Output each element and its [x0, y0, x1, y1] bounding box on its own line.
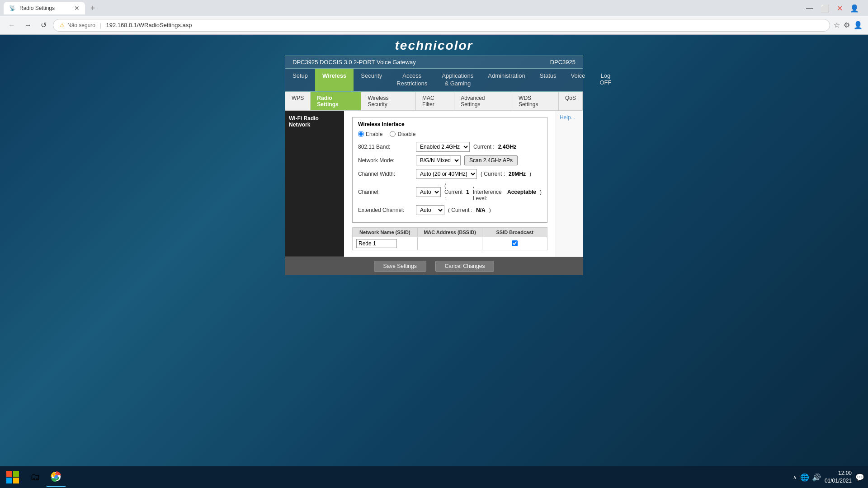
ssid-cell: [353, 237, 418, 250]
minimize-button[interactable]: —: [806, 4, 813, 12]
forward-button[interactable]: →: [22, 19, 34, 31]
disable-radio[interactable]: [390, 131, 396, 137]
active-tab[interactable]: 📡 Radio Settings ✕: [4, 2, 85, 14]
browser-chrome: 📡 Radio Settings ✕ + — ⬜ ✕ 👤 ← → ↺ ⚠ Não…: [0, 0, 868, 35]
channel-label: Channel:: [358, 189, 412, 195]
nav-logoff[interactable]: Log OFF: [592, 69, 618, 91]
back-button[interactable]: ←: [5, 19, 18, 31]
taskbar: 🗂 ∧ 🌐 🔊 12:00 01/01/2021 💬: [0, 466, 868, 488]
subnav-wireless-security[interactable]: Wireless Security: [361, 92, 416, 110]
url-text: 192.168.0.1/WRadioSettings.asp: [106, 22, 192, 28]
ext-channel-select[interactable]: Auto Upper Lower: [416, 205, 444, 215]
profile-menu-icon[interactable]: 👤: [854, 21, 863, 29]
channel-interference-label: , Interference Level:: [473, 183, 504, 202]
ext-channel-close: ): [489, 207, 491, 213]
channel-current-prefix: ( Current :: [444, 183, 462, 202]
channel-row: Channel: Auto 1234 5678 91011 ( Current …: [358, 183, 542, 202]
address-input[interactable]: ⚠ Não seguro | 192.168.0.1/WRadioSetting…: [53, 19, 830, 32]
band-label: 802.11 Band:: [358, 144, 412, 150]
fieldset-legend: Wireless Interface: [358, 121, 542, 127]
channel-width-close: ): [529, 171, 531, 177]
network-mode-row: Network Mode: B/G/N Mixed B Only G Only …: [358, 155, 542, 165]
new-tab-button[interactable]: +: [87, 4, 99, 13]
network-mode-label: Network Mode:: [358, 157, 412, 164]
tab-close-button[interactable]: ✕: [74, 5, 80, 12]
extensions-icon[interactable]: ⚙: [844, 21, 850, 29]
svg-point-6: [55, 475, 58, 479]
channel-width-row: Channel Width: Auto (20 or 40MHz) 20MHz …: [358, 169, 542, 179]
band-row: 802.11 Band: Enabled 2.4GHz Enabled 5GHz…: [358, 142, 542, 152]
channel-close: ): [540, 189, 542, 195]
notification-button[interactable]: 💬: [855, 473, 864, 482]
windows-logo-icon: [6, 471, 19, 483]
sidebar-panel: Wi-Fi Radio Network: [285, 111, 344, 257]
subnav-mac-filter[interactable]: MAC Filter: [416, 92, 454, 110]
close-window-button[interactable]: ✕: [837, 4, 843, 13]
start-button[interactable]: [4, 468, 22, 486]
taskbar-file-explorer[interactable]: 🗂: [25, 467, 45, 487]
bookmark-icon[interactable]: ☆: [834, 21, 840, 29]
disable-radio-label[interactable]: Disable: [390, 131, 415, 137]
channel-interference-value: Acceptable: [507, 189, 536, 195]
channel-select[interactable]: Auto 1234 5678 91011: [416, 187, 441, 197]
ext-channel-current-value: N/A: [476, 207, 486, 213]
device-bar: DPC3925 DOCSIS 3.0 2-PORT Voice Gateway …: [285, 56, 583, 69]
notification-area: ∧: [793, 474, 797, 480]
nav-access-restrictions[interactable]: AccessRestrictions: [389, 69, 434, 91]
address-actions: ☆ ⚙ 👤: [834, 21, 863, 29]
refresh-button[interactable]: ↺: [38, 19, 49, 31]
taskbar-chrome[interactable]: [46, 467, 66, 487]
nav-applications-gaming[interactable]: Applications& Gaming: [434, 69, 481, 91]
tab-title: Radio Settings: [19, 5, 55, 11]
subnav-wps[interactable]: WPS: [285, 92, 311, 110]
channel-width-current-label: ( Current :: [481, 171, 505, 177]
nav-administration[interactable]: Administration: [481, 69, 532, 91]
network-mode-select[interactable]: B/G/N Mixed B Only G Only N Only: [416, 155, 461, 165]
profile-icon[interactable]: 👤: [850, 4, 859, 13]
device-name: DPC3925 DOCSIS 3.0 2-PORT Voice Gateway: [292, 59, 416, 66]
tab-favicon: 📡: [9, 5, 16, 11]
nav-security[interactable]: Security: [354, 69, 389, 91]
sound-tray-icon: 🔊: [812, 473, 821, 482]
clock-display[interactable]: 12:00 01/01/2021: [825, 469, 852, 485]
window-controls: — ⬜ ✕ 👤: [806, 4, 864, 13]
enable-radio-label[interactable]: Enable: [358, 131, 382, 137]
action-bar: Save Settings Cancel Changes: [285, 257, 583, 275]
ssid-broadcast-checkbox[interactable]: [512, 240, 518, 246]
router-header: technicolor DPC3925 DOCSIS 3.0 2-PORT Vo…: [285, 38, 583, 69]
enable-radio[interactable]: [358, 131, 364, 137]
maximize-button[interactable]: ⬜: [821, 4, 830, 13]
ssid-input[interactable]: [356, 239, 397, 248]
content-area: Wi-Fi Radio Network Wireless Interface E…: [285, 111, 583, 257]
help-label[interactable]: Help...: [560, 114, 576, 121]
band-select[interactable]: Enabled 2.4GHz Enabled 5GHz Disabled: [416, 142, 470, 152]
main-navigation: Setup Wireless Security AccessRestrictio…: [285, 69, 583, 92]
network-tray-icon: 🌐: [800, 473, 809, 482]
sub-navigation: WPS Radio Settings Wireless Security MAC…: [285, 92, 583, 111]
device-model: DPC3925: [550, 59, 576, 66]
nav-status[interactable]: Status: [533, 69, 564, 91]
channel-width-select[interactable]: Auto (20 or 40MHz) 20MHz Only 40MHz Only: [416, 169, 477, 179]
tray-chevron[interactable]: ∧: [793, 474, 797, 480]
taskbar-system-tray: ∧ 🌐 🔊 12:00 01/01/2021 💬: [793, 469, 864, 485]
subnav-radio-settings[interactable]: Radio Settings: [311, 92, 361, 110]
nav-voice[interactable]: Voice: [564, 69, 593, 91]
subnav-wds-settings[interactable]: WDS Settings: [512, 92, 559, 110]
scan-aps-button[interactable]: Scan 2.4GHz APs: [464, 155, 518, 165]
sidebar-title: Wi-Fi Radio Network: [289, 115, 319, 128]
subnav-advanced-settings[interactable]: Advanced Settings: [454, 92, 512, 110]
ext-channel-current-prefix: ( Current :: [448, 207, 472, 213]
ext-channel-row: Extended Channel: Auto Upper Lower ( Cur…: [358, 205, 542, 215]
security-warning-text: Não seguro: [67, 22, 95, 28]
clock-time: 12:00: [825, 469, 852, 477]
broadcast-cell: [482, 237, 547, 250]
save-settings-button[interactable]: Save Settings: [374, 261, 426, 272]
security-warning-icon: ⚠: [60, 22, 65, 28]
cancel-changes-button[interactable]: Cancel Changes: [435, 261, 495, 272]
nav-wireless[interactable]: Wireless: [315, 69, 354, 91]
bssid-cell: [418, 237, 483, 250]
clock-date: 01/01/2021: [825, 477, 852, 485]
subnav-qos[interactable]: QoS: [559, 92, 583, 110]
chrome-icon: [51, 471, 61, 482]
nav-setup[interactable]: Setup: [285, 69, 315, 91]
